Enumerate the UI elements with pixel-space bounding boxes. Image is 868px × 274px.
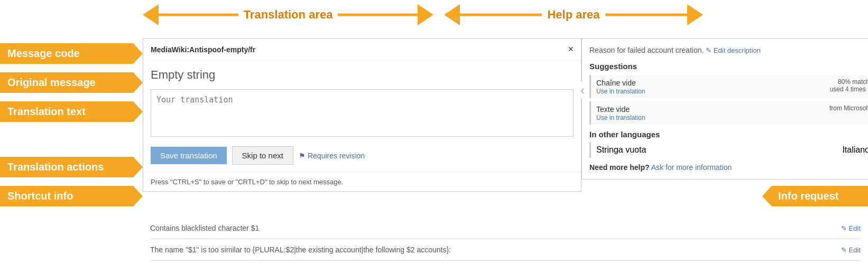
requires-revision-label: Requires revision [308,152,365,160]
ask-for-info-link[interactable]: Ask for more information [651,163,732,172]
shortcut-hint: Press "CTRL+S" to save or "CRTL+D" to sk… [143,172,581,191]
bottom-row-1: Contains blacklisted character $1 ✎ Edit [150,218,861,239]
description-area: Reason for failed account creation. ✎ Ed… [589,46,868,54]
use-in-translation-link-1[interactable]: Use in translation [596,88,645,95]
dialog-title: MediaWiki:Antispoof-empty/fr [151,45,255,54]
original-message-text: Empty string [151,68,574,82]
info-request-right-label: Info request [762,186,868,206]
suggestion-item-1: Chaîne vide Use in translation 80% match… [589,75,868,98]
suggestion-text-2: Texte vide [596,105,630,114]
save-translation-button[interactable]: Save translation [151,147,227,164]
help-panel: Reason for failed account creation. ✎ Ed… [581,38,868,179]
help-area-arrow: Help area [444,4,703,27]
dialog-actions: Save translation Skip to next ⚑ Requires… [151,146,574,165]
translation-area-label: Translation area [238,8,338,22]
other-lang-name: Italiano [842,145,868,155]
suggestion-right-2: from Microsoft [829,105,868,112]
chevron-connector: ‹ [579,82,586,99]
shortcut-info-label: Shortcut info [0,186,143,206]
dialog-body: Empty string Save translation Skip to ne… [143,61,581,172]
bottom-row-text-2: The name "$1" is too similar to {PLURAL:… [150,245,451,254]
suggestion-extra-2: from Microsoft [829,105,868,112]
translation-dialog: MediaWiki:Antispoof-empty/fr × Empty str… [143,38,581,192]
translation-textarea[interactable] [151,89,574,137]
suggestion-match-1: 80% match [838,78,868,86]
suggestion-left-1: Chaîne vide Use in translation [596,78,645,95]
other-lang-text: Stringa vuota [596,145,646,155]
in-other-languages-heading: In other languages [589,130,868,139]
skip-to-next-button[interactable]: Skip to next [232,146,293,165]
help-area-label: Help area [542,8,605,22]
use-in-translation-link-2[interactable]: Use in translation [596,114,645,121]
bottom-row-text-1: Contains blacklisted character $1 [150,224,259,232]
need-help-label: Need more help? [589,163,650,172]
translation-actions-label: Translation actions [0,157,143,177]
close-button[interactable]: × [568,44,574,55]
other-language-item-1: Stringa vuota Italiano [589,142,868,158]
need-help-area: Need more help? Ask for more information [589,163,868,172]
suggestion-text-1: Chaîne vide [596,79,636,87]
suggestion-extra-1: used 4 times › [830,86,868,93]
suggestion-left-2: Texte vide Use in translation [596,105,645,121]
bottom-edit-link-2[interactable]: ✎ Edit [841,246,861,254]
original-message-label: Original message [0,72,143,93]
suggestion-item-2: Texte vide Use in translation from Micro… [589,101,868,125]
suggestions-heading: Suggestions [589,62,868,71]
flag-icon: ⚑ [299,152,306,160]
dialog-header: MediaWiki:Antispoof-empty/fr × [143,39,581,61]
bottom-row-2: The name "$1" is too similar to {PLURAL:… [150,239,861,261]
bottom-edit-link-1[interactable]: ✎ Edit [841,224,861,232]
message-code-label: Message code [0,43,143,64]
edit-description-link[interactable]: ✎ Edit description [706,46,761,54]
translation-text-label: Translation text [0,101,143,122]
translation-area-arrow: Translation area [143,4,433,27]
bottom-section: Contains blacklisted character $1 ✎ Edit… [143,218,868,261]
description-text: Reason for failed account creation. [589,46,704,54]
suggestion-right-1: 80% match used 4 times › [830,78,868,93]
requires-revision-toggle[interactable]: ⚑ Requires revision [299,152,365,160]
